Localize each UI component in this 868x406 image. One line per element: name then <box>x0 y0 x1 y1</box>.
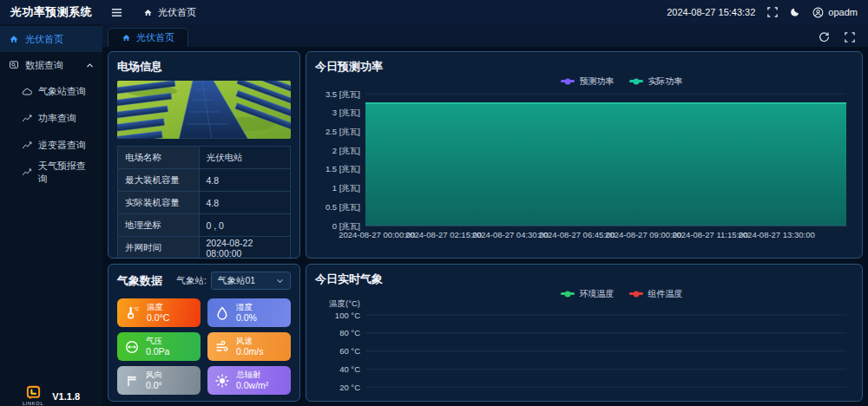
field-info-table: 电场名称光伏电站 最大装机容量4.8 实际装机容量4.8 地理坐标0 , 0 并… <box>117 146 291 259</box>
panel-title: 气象数据 <box>117 273 162 289</box>
legend-item-predicted[interactable]: 预测功率 <box>561 75 614 87</box>
sidebar-item-inverter-query[interactable]: 逆变器查询 <box>0 132 102 159</box>
card-wind-direction: 风向0.0° <box>117 366 201 395</box>
table-row: 并网时间2024-08-22 08:00:00 <box>118 237 291 259</box>
home-icon <box>143 8 153 17</box>
chart-legend: 环境温度 组件温度 <box>315 288 853 299</box>
dark-mode-moon-icon[interactable] <box>790 7 800 17</box>
app-title: 光功率预测系统 <box>0 4 102 20</box>
sidebar-item-label: 天气预报查询 <box>38 160 94 186</box>
sidebar: 光伏首页 数据查询 气象站查询 功率查询 逆变器查询 天气预报查询 LINKOL… <box>0 24 102 406</box>
sidebar-group-label: 数据查询 <box>25 59 63 72</box>
dashboard-content: 电场信息 <box>102 47 868 406</box>
station-select-value: 气象站01 <box>218 275 255 287</box>
fullscreen-icon[interactable] <box>845 32 855 43</box>
line-chart-icon <box>22 167 32 178</box>
chart-legend: 预测功率 实际功率 <box>315 75 853 87</box>
linkol-logo <box>26 385 41 400</box>
legend-item-ambient-temp[interactable]: 环境温度 <box>561 288 614 299</box>
station-select[interactable]: 气象站01 <box>211 272 291 290</box>
sun-icon <box>215 374 229 388</box>
svg-text:2024-08-27 04:30:00: 2024-08-27 04:30:00 <box>472 230 549 239</box>
user-avatar-icon <box>812 7 824 18</box>
wind-vane-icon <box>125 374 139 388</box>
svg-text:20 °C: 20 °C <box>339 383 360 392</box>
svg-text:2024-08-27 11:15:00: 2024-08-27 11:15:00 <box>672 230 748 239</box>
svg-text:1.5 [兆瓦]: 1.5 [兆瓦] <box>326 164 360 174</box>
svg-text:3.5 [兆瓦]: 3.5 [兆瓦] <box>326 89 360 99</box>
legend-item-actual[interactable]: 实际功率 <box>629 75 682 87</box>
line-chart-icon <box>22 114 32 124</box>
panel-predicted-power: 今日预测功率 预测功率 实际功率 0 [兆瓦]0.5 [兆瓦]1 [兆瓦]1.5… <box>306 51 863 259</box>
weather-cards: °C 温度0.0°C 湿度0.0% 气压0.0Pa 风速0.0m/s <box>117 298 291 395</box>
svg-text:100 °C: 100 °C <box>335 311 360 320</box>
sidebar-item-label: 气象站查询 <box>38 85 86 98</box>
header-datetime: 2024-08-27 15:43:32 <box>667 7 755 17</box>
panel-title: 今日预测功率 <box>315 59 383 75</box>
legend-item-module-temp[interactable]: 组件温度 <box>629 288 682 299</box>
predicted-power-chart: 0 [兆瓦]0.5 [兆瓦]1 [兆瓦]1.5 [兆瓦]2 [兆瓦]2.5 [兆… <box>315 87 853 241</box>
wind-icon <box>215 340 229 354</box>
svg-text:2024-08-27 00:00:00: 2024-08-27 00:00:00 <box>339 230 415 239</box>
svg-text:1 [兆瓦]: 1 [兆瓦] <box>332 183 360 193</box>
card-temperature: °C 温度0.0°C <box>117 298 201 327</box>
home-icon <box>9 34 19 44</box>
svg-text:80 °C: 80 °C <box>339 328 360 337</box>
svg-text:3 [兆瓦]: 3 [兆瓦] <box>332 108 360 117</box>
svg-text:0.5 [兆瓦]: 0.5 [兆瓦] <box>326 202 360 212</box>
card-pressure: 气压0.0Pa <box>117 332 201 361</box>
legend-swatch <box>561 292 575 295</box>
home-icon <box>122 33 131 43</box>
table-row: 地理坐标0 , 0 <box>118 214 291 237</box>
svg-text:2024-08-27 06:45:00: 2024-08-27 06:45:00 <box>538 230 615 239</box>
sidebar-item-label: 光伏首页 <box>25 33 63 46</box>
refresh-icon[interactable] <box>819 31 830 43</box>
username: opadm <box>828 7 858 17</box>
droplet-icon <box>215 306 229 320</box>
panel-field-info: 电场信息 <box>108 51 300 259</box>
svg-text:2024-08-27 02:15:00: 2024-08-27 02:15:00 <box>405 230 482 239</box>
table-row: 实际装机容量4.8 <box>118 192 291 214</box>
panel-weather-data: 气象数据 气象站: 气象站01 °C 温度0.0°C <box>108 264 300 402</box>
logo-text: LINKOL <box>23 401 43 406</box>
svg-text:0 [兆瓦]: 0 [兆瓦] <box>332 221 360 231</box>
svg-text:温度(°C): 温度(°C) <box>329 299 360 308</box>
sidebar-item-label: 功率查询 <box>38 112 76 125</box>
tab-home[interactable]: 光伏首页 <box>108 28 188 47</box>
svg-text:40 °C: 40 °C <box>339 364 360 374</box>
top-header: 光功率预测系统 光伏首页 2024-08-27 15:43:32 opadm <box>0 0 868 24</box>
chevron-down-icon <box>276 277 284 285</box>
collapse-menu-icon[interactable] <box>111 7 122 18</box>
main-area: 光伏首页 电场信息 <box>102 24 868 406</box>
sidebar-item-power-query[interactable]: 功率查询 <box>0 105 102 132</box>
sidebar-item-forecast-query[interactable]: 天气预报查询 <box>0 159 102 186</box>
sidebar-item-home[interactable]: 光伏首页 <box>0 26 102 52</box>
table-row: 最大装机容量4.8 <box>118 169 291 192</box>
cloud-icon <box>22 87 32 97</box>
svg-text:°C: °C <box>134 306 139 311</box>
panel-realtime-weather: 今日实时气象 环境温度 组件温度 温度(°C)0 °C20 °C40 °C60 … <box>306 264 863 402</box>
realtime-weather-chart: 温度(°C)0 °C20 °C40 °C60 °C80 °C100 °C <box>315 299 853 402</box>
legend-swatch <box>629 292 643 295</box>
line-chart-icon <box>22 141 32 151</box>
card-total-radiation: 总辐射0.0w/m² <box>207 366 291 395</box>
svg-text:0 °C: 0 °C <box>344 401 360 403</box>
fullscreen-icon[interactable] <box>767 7 778 17</box>
data-query-icon <box>9 60 19 70</box>
breadcrumb[interactable]: 光伏首页 <box>143 6 196 19</box>
user-menu[interactable]: opadm <box>812 7 858 18</box>
version-label: V1.1.8 <box>52 391 80 402</box>
sidebar-item-label: 逆变器查询 <box>38 139 86 152</box>
tab-label: 光伏首页 <box>136 31 174 44</box>
panel-title: 电场信息 <box>117 59 291 75</box>
gauge-icon <box>125 340 139 354</box>
sidebar-group-data-query[interactable]: 数据查询 <box>0 52 102 78</box>
svg-text:2024-08-27 09:00:00: 2024-08-27 09:00:00 <box>605 230 681 239</box>
thermometer-icon: °C <box>125 305 140 320</box>
panel-title: 今日实时气象 <box>315 272 383 287</box>
station-label: 气象站: <box>177 275 207 287</box>
chevron-up-icon <box>86 62 94 69</box>
svg-text:2024-08-27 13:30:00: 2024-08-27 13:30:00 <box>739 230 815 239</box>
sidebar-item-weather-station-query[interactable]: 气象站查询 <box>0 78 102 105</box>
svg-text:60 °C: 60 °C <box>339 346 360 356</box>
